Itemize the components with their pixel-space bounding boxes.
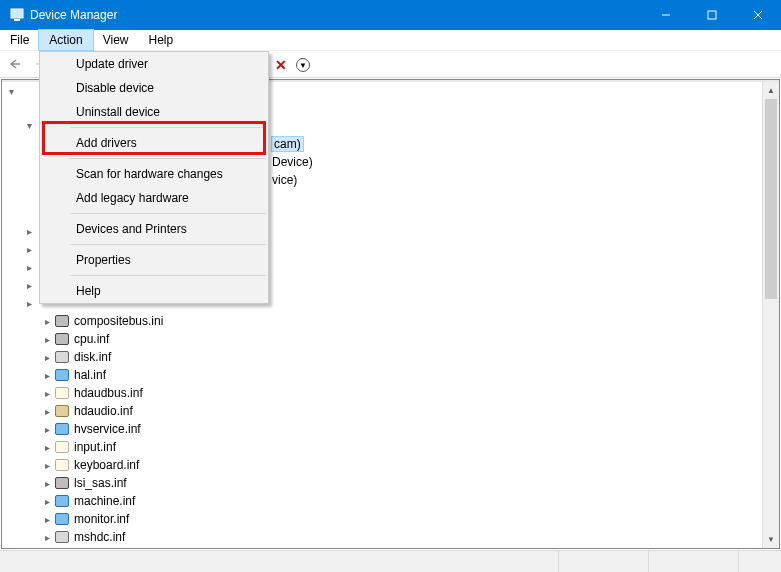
expand-icon[interactable]: ▸ <box>22 226 36 237</box>
expand-icon[interactable]: ▸ <box>40 514 54 525</box>
device-icon <box>54 421 70 437</box>
expand-icon[interactable]: ▸ <box>40 496 54 507</box>
tree-row[interactable]: ▸hdaudio.inf <box>2 402 779 420</box>
menu-separator <box>70 213 266 214</box>
close-button[interactable] <box>735 0 781 30</box>
vertical-scrollbar[interactable]: ▲ ▼ <box>762 82 779 548</box>
status-cell <box>0 551 559 572</box>
expand-icon[interactable]: ▸ <box>40 424 54 435</box>
tree-row[interactable]: ▸mshdc.inf <box>2 528 779 546</box>
tree-row[interactable]: ▸hdaudbus.inf <box>2 384 779 402</box>
tree-label: cpu.inf <box>74 332 109 346</box>
minimize-button[interactable] <box>643 0 689 30</box>
peek-selected: cam) <box>272 137 303 151</box>
svg-rect-0 <box>11 9 23 18</box>
menu-action[interactable]: Action <box>39 30 92 50</box>
expand-icon[interactable]: ▸ <box>40 316 54 327</box>
menu-scan-hardware[interactable]: Scan for hardware changes <box>40 162 268 186</box>
peek-line: vice) <box>272 173 297 187</box>
tree-row[interactable]: ▸cpu.inf <box>2 330 779 348</box>
expand-icon[interactable]: ▸ <box>40 334 54 345</box>
tree-row[interactable]: ▸input.inf <box>2 438 779 456</box>
menu-add-drivers[interactable]: Add drivers <box>40 131 268 155</box>
expand-icon[interactable]: ▸ <box>22 298 36 309</box>
collapse-icon[interactable]: ▾ <box>4 86 18 97</box>
tree-label: hal.inf <box>74 368 106 382</box>
x-icon: ✕ <box>275 57 287 73</box>
device-icon <box>54 493 70 509</box>
tree-label: hdaudio.inf <box>74 404 133 418</box>
tree-row[interactable]: ▸hvservice.inf <box>2 420 779 438</box>
device-icon <box>54 475 70 491</box>
menu-separator <box>70 244 266 245</box>
expand-icon[interactable]: ▸ <box>40 478 54 489</box>
menu-file[interactable]: File <box>0 30 39 50</box>
expand-icon[interactable]: ▸ <box>40 352 54 363</box>
menu-properties[interactable]: Properties <box>40 248 268 272</box>
status-cell <box>559 551 649 572</box>
tree-row[interactable]: ▸lsi_sas.inf <box>2 474 779 492</box>
update-button[interactable]: ▼ <box>292 54 314 76</box>
delete-button[interactable]: ✕ <box>270 54 292 76</box>
app-icon <box>6 8 28 22</box>
device-icon <box>54 349 70 365</box>
expand-icon[interactable]: ▸ <box>40 370 54 381</box>
tree-label: hdaudbus.inf <box>74 386 143 400</box>
tree-label: disk.inf <box>74 350 111 364</box>
menu-help-item[interactable]: Help <box>40 279 268 303</box>
menu-separator <box>70 158 266 159</box>
tree-label: input.inf <box>74 440 116 454</box>
expand-icon[interactable]: ▸ <box>22 280 36 291</box>
tree-row[interactable]: ▸msports.inf <box>2 546 779 548</box>
tree-row[interactable]: ▸machine.inf <box>2 492 779 510</box>
scroll-down-icon[interactable]: ▼ <box>763 531 779 548</box>
expand-icon[interactable]: ▸ <box>22 262 36 273</box>
maximize-button[interactable] <box>689 0 735 30</box>
tree-label: mshdc.inf <box>74 530 125 544</box>
collapse-icon[interactable]: ▾ <box>22 120 36 131</box>
expand-icon[interactable]: ▸ <box>40 406 54 417</box>
scroll-thumb[interactable] <box>765 99 777 299</box>
tree-row[interactable]: ▸disk.inf <box>2 348 779 366</box>
menu-devices-printers[interactable]: Devices and Printers <box>40 217 268 241</box>
menu-view[interactable]: View <box>93 30 139 50</box>
tree-label: monitor.inf <box>74 512 129 526</box>
device-icon <box>54 529 70 545</box>
circle-arrow-icon: ▼ <box>296 58 310 72</box>
tree-label: keyboard.inf <box>74 458 139 472</box>
device-icon <box>54 313 70 329</box>
expand-icon[interactable]: ▸ <box>40 532 54 543</box>
tree-row[interactable]: ▸keyboard.inf <box>2 456 779 474</box>
menu-uninstall-device[interactable]: Uninstall device <box>40 100 268 124</box>
tree-row[interactable]: ▸compositebus.ini <box>2 312 779 330</box>
device-icon <box>54 385 70 401</box>
tree-row[interactable]: ▸monitor.inf <box>2 510 779 528</box>
tree-label: machine.inf <box>74 494 135 508</box>
device-icon <box>54 403 70 419</box>
menu-separator <box>70 127 266 128</box>
back-button[interactable] <box>4 53 26 75</box>
expand-icon[interactable]: ▸ <box>40 442 54 453</box>
expand-icon[interactable]: ▸ <box>22 244 36 255</box>
menubar: File Action View Help <box>0 30 781 51</box>
tree-row[interactable]: ▸hal.inf <box>2 366 779 384</box>
statusbar <box>0 550 781 572</box>
status-cell <box>649 551 739 572</box>
device-icon <box>54 331 70 347</box>
expand-icon[interactable]: ▸ <box>40 388 54 399</box>
device-icon <box>54 367 70 383</box>
menu-help[interactable]: Help <box>139 30 184 50</box>
tree-label: compositebus.ini <box>74 314 163 328</box>
device-icon <box>54 457 70 473</box>
expand-icon[interactable]: ▸ <box>40 460 54 471</box>
menu-disable-device[interactable]: Disable device <box>40 76 268 100</box>
scroll-up-icon[interactable]: ▲ <box>763 82 779 99</box>
menu-add-legacy[interactable]: Add legacy hardware <box>40 186 268 210</box>
menu-separator <box>70 275 266 276</box>
action-dropdown: Update driver Disable device Uninstall d… <box>39 51 269 304</box>
menu-update-driver[interactable]: Update driver <box>40 52 268 76</box>
device-icon <box>54 439 70 455</box>
status-cell <box>739 551 781 572</box>
svg-rect-1 <box>14 19 20 21</box>
titlebar[interactable]: Device Manager <box>0 0 781 30</box>
